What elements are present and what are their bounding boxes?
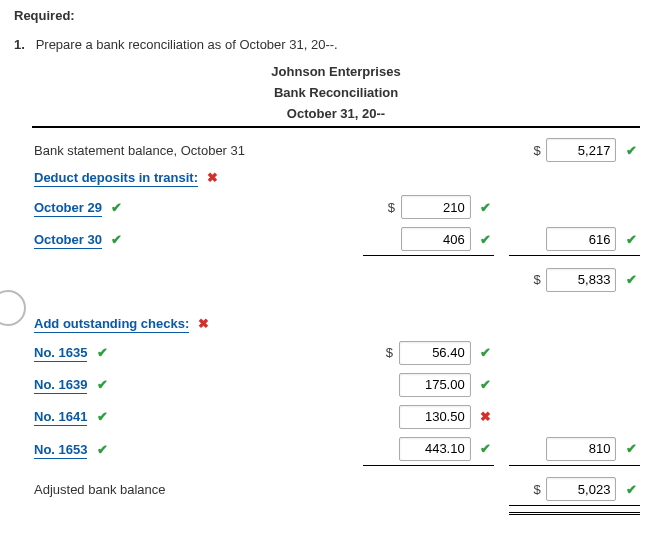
cross-icon: ✖ <box>478 409 492 424</box>
dollar-sign: $ <box>534 272 541 287</box>
check-icon: ✔ <box>624 232 638 247</box>
check-icon: ✔ <box>624 272 638 287</box>
check-1635-input[interactable] <box>399 341 471 365</box>
cross-icon: ✖ <box>206 170 220 185</box>
bank-statement-label: Bank statement balance, October 31 <box>32 134 363 166</box>
required-heading: Required: <box>14 8 639 23</box>
deduct-deposits-link[interactable]: Deduct deposits in transit: <box>34 170 198 187</box>
side-circle-decoration <box>0 290 26 326</box>
check-icon: ✔ <box>110 232 124 247</box>
instruction-text: Prepare a bank reconciliation as of Octo… <box>36 37 338 52</box>
check-icon: ✔ <box>478 232 492 247</box>
check-1641-input[interactable] <box>399 405 471 429</box>
report-title: Bank Reconciliation <box>32 83 640 104</box>
check-icon: ✔ <box>478 200 492 215</box>
report-date: October 31, 20-- <box>32 104 640 125</box>
dollar-sign: $ <box>386 345 393 360</box>
check-icon: ✔ <box>95 345 109 360</box>
check-icon: ✔ <box>478 345 492 360</box>
dollar-sign: $ <box>388 200 395 215</box>
check-1639-input[interactable] <box>399 373 471 397</box>
check-icon: ✔ <box>95 377 109 392</box>
check-icon: ✔ <box>624 441 638 456</box>
check-1641-link[interactable]: No. 1641 <box>34 409 87 426</box>
check-icon: ✔ <box>624 143 638 158</box>
adjusted-bank-input[interactable] <box>546 477 616 501</box>
deposits-subtotal-input[interactable] <box>546 227 616 251</box>
check-icon: ✔ <box>478 377 492 392</box>
deposit-oct29-input[interactable] <box>401 195 471 219</box>
dollar-sign: $ <box>534 482 541 497</box>
deposit-oct30-link[interactable]: October 30 <box>34 232 102 249</box>
add-outstanding-link[interactable]: Add outstanding checks: <box>34 316 189 333</box>
checks-subtotal-input[interactable] <box>546 437 616 461</box>
check-1639-link[interactable]: No. 1639 <box>34 377 87 394</box>
deposit-oct30-input[interactable] <box>401 227 471 251</box>
check-icon: ✔ <box>110 200 124 215</box>
check-1653-input[interactable] <box>399 437 471 461</box>
cross-icon: ✖ <box>197 316 211 331</box>
check-icon: ✔ <box>478 441 492 456</box>
check-icon: ✔ <box>624 482 638 497</box>
title-rule <box>32 126 640 128</box>
instruction-number: 1. <box>14 37 32 52</box>
deposit-oct29-link[interactable]: October 29 <box>34 200 102 217</box>
adjusted-bank-label: Adjusted bank balance <box>32 473 363 506</box>
dollar-sign: $ <box>534 143 541 158</box>
company-title: Johnson Enterprises <box>32 62 640 83</box>
check-1653-link[interactable]: No. 1653 <box>34 442 87 459</box>
bank-statement-input[interactable] <box>546 138 616 162</box>
check-icon: ✔ <box>95 409 109 424</box>
check-1635-link[interactable]: No. 1635 <box>34 345 87 362</box>
after-deposits-input[interactable] <box>546 268 616 292</box>
check-icon: ✔ <box>95 442 109 457</box>
instruction-line: 1. Prepare a bank reconciliation as of O… <box>14 37 639 52</box>
